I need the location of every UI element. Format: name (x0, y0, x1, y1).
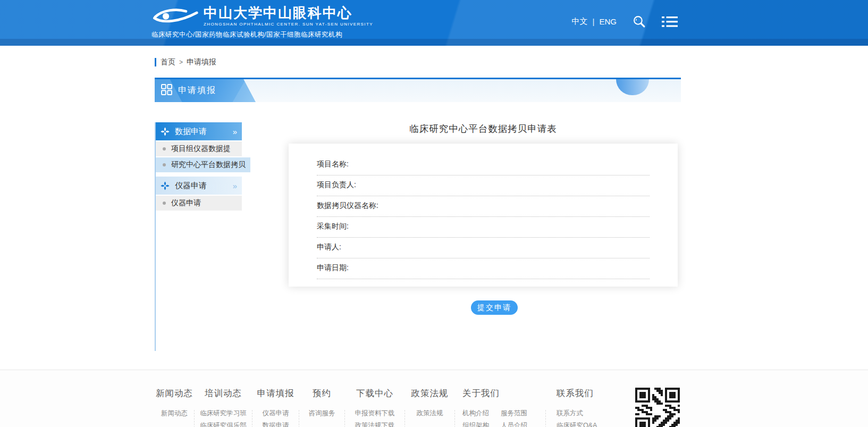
lang-en-link[interactable]: ENG (599, 17, 617, 26)
footer-link[interactable]: 申报资料下载 (355, 409, 395, 418)
logo-title: 中山大学中山眼科中心 (204, 5, 373, 21)
banner-title-block: 申请填报 (155, 79, 256, 102)
footer-link[interactable]: 政策法规下载 (355, 421, 395, 427)
banner-title: 申请填报 (178, 85, 216, 96)
footer-heading: 新闻动态 (155, 388, 194, 399)
menu-icon[interactable] (662, 16, 678, 28)
form-field-instrument-name: 数据拷贝仪器名称: (317, 196, 650, 217)
project-leader-input[interactable] (359, 180, 650, 189)
footer-column-download: 下载中心 申报资料下载 政策法规下载 学习资料下载 规培轮训下载 (345, 388, 404, 427)
sidebar-item-center-platform-data-copy[interactable]: 研究中心平台数据拷贝 (156, 157, 250, 172)
instrument-name-input[interactable] (382, 201, 650, 210)
bullet-icon (163, 147, 166, 150)
footer-link[interactable]: 人员介绍 (501, 421, 541, 427)
footer-link[interactable]: 临床研究学习班 (200, 409, 247, 418)
chevron-right-icon: » (233, 127, 237, 136)
footer-heading: 下载中心 (345, 388, 404, 399)
form-field-project-leader: 项目负责人: (317, 175, 650, 196)
application-form: 项目名称: 项目负责人: 数据拷贝仪器名称: 采集时间: 申请人: (289, 144, 678, 287)
field-label: 项目名称: (317, 160, 349, 169)
qr-code (635, 388, 680, 427)
sidebar-section-label: 仪器申请 (175, 181, 207, 191)
footer-column-policy: 政策法规 政策法规 (405, 388, 454, 427)
sidebar-item-label: 仪器申请 (171, 198, 201, 208)
qr-code-block: 扫码关注公众号 (635, 388, 681, 427)
footer-link[interactable]: 仪器申请 (263, 409, 289, 418)
footer-heading: 预约 (299, 388, 344, 399)
bullet-icon (163, 163, 166, 166)
breadcrumb: 首页 > 申请填报 (155, 57, 681, 67)
sidebar-item-label: 项目组仪器数据提 (171, 144, 231, 154)
breadcrumb-home-link[interactable]: 首页 (161, 57, 175, 67)
form-field-project-name: 项目名称: (317, 155, 650, 175)
footer-heading: 联系我们 (557, 388, 616, 399)
sidebar-section-instrument-apply[interactable]: 仪器申请 » (156, 177, 242, 195)
footer-link[interactable]: 联系方式 (557, 409, 597, 418)
footer-heading: 申请填报 (252, 388, 299, 399)
chevron-right-icon: » (233, 181, 237, 190)
search-icon[interactable] (633, 15, 646, 28)
field-label: 采集时间: (317, 222, 349, 231)
footer-column-training: 培训动态 临床研究学习班 临床研究俱乐部 (195, 388, 252, 427)
lang-divider: | (593, 17, 595, 26)
sidebar-section-data-apply[interactable]: 数据申请 » (156, 122, 242, 140)
breadcrumb-accent-bar (155, 58, 156, 66)
field-label: 申请人: (317, 242, 341, 252)
logo-subtitle: ZHONGSHAN OPHTHALMIC CENTER. SUN YAT-SEN… (204, 22, 373, 27)
footer-link[interactable]: 咨询服务 (309, 409, 335, 418)
footer-link[interactable]: 机构介绍 (462, 409, 498, 418)
project-name-input[interactable] (352, 160, 650, 168)
eye-logo-icon (151, 6, 198, 28)
field-label: 数据拷贝仪器名称: (317, 201, 378, 211)
site-header: 中山大学中山眼科中心 ZHONGSHAN OPHTHALMIC CENTER. … (0, 0, 868, 46)
sidebar-item-label: 研究中心平台数据拷贝 (171, 160, 246, 170)
footer-heading: 政策法规 (405, 388, 454, 399)
applicant-input[interactable] (344, 242, 650, 251)
footer-link[interactable]: 临床研究俱乐部 (200, 421, 247, 427)
form-field-applicant: 申请人: (317, 238, 650, 258)
sidebar-section-label: 数据申请 (175, 127, 207, 137)
logo-tagline: 临床研究中心/国家药物临床试验机构/国家干细胞临床研究机构 (151, 30, 681, 39)
footer-column-application: 申请填报 仪器申请 数据申请 (252, 388, 299, 427)
grid-icon (161, 84, 172, 97)
footer-column-contact: 联系我们 联系方式 临床研究Q&A (546, 388, 616, 427)
banner-circle-decoration (616, 79, 649, 95)
footer-link[interactable]: 临床研究Q&A (557, 421, 597, 427)
form-field-collect-time: 采集时间: (317, 217, 650, 238)
page-banner: 申请填报 (155, 78, 681, 102)
breadcrumb-current: 申请填报 (187, 57, 216, 67)
footer-column-about: 关于我们 机构介绍 组织架构 机构风采 临床研究协调员 服务范围 人员介绍 临床… (455, 388, 545, 427)
footer-link[interactable]: 数据申请 (263, 421, 289, 427)
footer-link[interactable]: 政策法规 (417, 409, 443, 418)
footer-link[interactable]: 新闻动态 (161, 409, 188, 418)
footer-column-reservation: 预约 咨询服务 (299, 388, 344, 427)
sidebar-item-project-instrument-data[interactable]: 项目组仪器数据提 (156, 141, 242, 156)
site-footer: 新闻动态 新闻动态 培训动态 临床研究学习班 临床研究俱乐部 申请填报 仪器申请… (0, 370, 868, 427)
form-title: 临床研究中心平台数据拷贝申请表 (250, 122, 689, 135)
four-petal-icon (161, 127, 170, 136)
form-field-apply-date: 申请日期: (317, 258, 650, 279)
submit-application-button[interactable]: 提交申请 (471, 300, 518, 315)
footer-link[interactable]: 服务范围 (501, 409, 541, 418)
footer-link[interactable]: 组织架构 (462, 421, 498, 427)
four-petal-icon (161, 181, 170, 190)
field-label: 申请日期: (317, 263, 349, 273)
apply-date-input[interactable] (352, 263, 650, 272)
breadcrumb-separator: > (179, 58, 183, 66)
bullet-icon (163, 202, 166, 205)
field-label: 项目负责人: (317, 180, 356, 190)
sidebar-item-instrument-apply[interactable]: 仪器申请 (156, 196, 242, 211)
sidebar-nav: 数据申请 » 项目组仪器数据提 研究中心平台数据拷贝 (155, 122, 250, 351)
footer-heading: 培训动态 (195, 388, 252, 399)
footer-heading: 关于我们 (462, 388, 545, 399)
lang-zh-link[interactable]: 中文 (572, 16, 588, 27)
footer-column-news: 新闻动态 新闻动态 (155, 388, 194, 427)
collect-time-input[interactable] (352, 222, 650, 230)
